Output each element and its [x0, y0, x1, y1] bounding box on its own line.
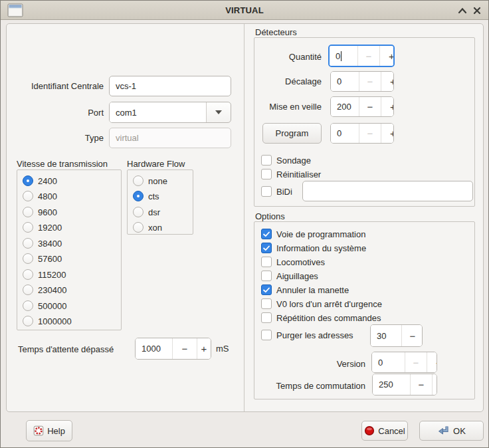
reinitialiser-checkbox-row[interactable]: Réinitialiser	[261, 168, 321, 180]
radio-label[interactable]: 115200	[38, 270, 66, 280]
cancel-button[interactable]: Cancel	[361, 421, 408, 441]
purger-spinner[interactable]: 30 − +	[370, 324, 423, 347]
program-value[interactable]: 0	[331, 124, 359, 143]
speed-option-115200[interactable]: 115200	[23, 269, 66, 280]
port-combobox[interactable]: com1	[109, 102, 231, 123]
mise-en-veille-increment-button[interactable]: +	[381, 97, 394, 116]
radio-label[interactable]: 1000000	[38, 316, 72, 326]
radio-icon[interactable]	[23, 175, 33, 186]
timeout-decrement-button[interactable]: −	[172, 338, 197, 359]
checkbox-label[interactable]: Purger les adresses	[276, 330, 353, 340]
radio-label[interactable]: xon	[148, 223, 162, 233]
radio-icon[interactable]	[23, 284, 33, 295]
title-bar[interactable]: VIRTUAL	[1, 1, 488, 20]
version-increment-button[interactable]: +	[427, 352, 437, 372]
checkbox-label[interactable]: Sondage	[276, 156, 311, 166]
flow-option-xon[interactable]: xon	[133, 221, 162, 233]
quantite-spinner[interactable]: 0 − +	[328, 45, 395, 67]
checkbox-icon[interactable]	[261, 229, 272, 239]
decalage-value[interactable]: 0	[331, 72, 359, 91]
quantite-decrement-button[interactable]: −	[357, 46, 379, 66]
radio-label[interactable]: 2400	[38, 176, 57, 186]
temps-commutation-increment-button[interactable]: +	[432, 374, 437, 395]
purger-decrement-button[interactable]: −	[401, 325, 423, 346]
speed-option-4800[interactable]: 4800	[23, 190, 57, 202]
checkbox-label[interactable]: BiDi	[276, 187, 292, 197]
radio-label[interactable]: 38400	[38, 239, 62, 249]
checkbox-icon[interactable]	[261, 186, 272, 197]
radio-label[interactable]: cts	[148, 191, 159, 201]
close-icon[interactable]	[470, 3, 484, 17]
temps-commutation-decrement-button[interactable]: −	[410, 374, 432, 395]
version-spinner[interactable]: 0 − +	[371, 352, 437, 373]
mise-en-veille-spinner[interactable]: 200 − +	[330, 96, 394, 117]
radio-icon[interactable]	[23, 300, 33, 311]
checkbox-icon[interactable]	[261, 169, 272, 179]
flow-option-none[interactable]: none	[133, 175, 167, 187]
timeout-spinner[interactable]: 1000 − +	[135, 338, 211, 360]
option-repetition-commandes[interactable]: Répétition des commandes	[261, 312, 381, 324]
checkbox-icon[interactable]	[261, 155, 272, 166]
option-purger-adresses[interactable]: Purger les adresses	[261, 329, 353, 341]
program-button[interactable]: Program	[262, 123, 322, 144]
checkbox-icon[interactable]	[261, 257, 272, 267]
radio-label[interactable]: none	[148, 176, 167, 186]
decalage-spinner[interactable]: 0 − +	[330, 71, 394, 92]
identifiant-centrale-input[interactable]: vcs-1	[109, 76, 231, 96]
speed-option-1000000[interactable]: 1000000	[23, 315, 72, 327]
help-button[interactable]: Help	[26, 420, 72, 441]
mise-en-veille-value[interactable]: 200	[331, 97, 359, 116]
radio-icon[interactable]	[133, 175, 144, 186]
speed-option-19200[interactable]: 19200	[23, 221, 62, 233]
program-decrement-button[interactable]: −	[359, 124, 381, 143]
option-voie-programmation[interactable]: Voie de programmation	[261, 228, 365, 240]
radio-label[interactable]: 19200	[38, 223, 62, 233]
checkbox-label[interactable]: Voie de programmation	[276, 229, 365, 239]
checkbox-icon[interactable]	[261, 312, 272, 323]
radio-label[interactable]: 230400	[38, 285, 66, 295]
version-decrement-button[interactable]: −	[405, 352, 427, 372]
purger-value[interactable]: 30	[371, 325, 401, 346]
radio-icon[interactable]	[133, 207, 144, 217]
radio-icon[interactable]	[23, 191, 33, 201]
radio-icon[interactable]	[23, 222, 33, 233]
speed-option-9600[interactable]: 9600	[23, 206, 57, 218]
checkbox-label[interactable]: Information du système	[276, 243, 366, 253]
speed-option-2400[interactable]: 2400	[23, 175, 57, 187]
radio-icon[interactable]	[133, 222, 144, 233]
radio-icon[interactable]	[23, 253, 33, 264]
radio-label[interactable]: dsr	[148, 207, 160, 217]
radio-label[interactable]: 500000	[38, 301, 66, 311]
radio-label[interactable]: 57600	[38, 254, 62, 264]
flow-option-dsr[interactable]: dsr	[133, 206, 160, 218]
radio-label[interactable]: 9600	[38, 207, 57, 217]
quantite-increment-button[interactable]: +	[379, 46, 395, 66]
checkbox-icon[interactable]	[261, 284, 272, 295]
speed-option-500000[interactable]: 500000	[23, 300, 66, 312]
temps-commutation-value[interactable]: 250	[373, 374, 410, 395]
option-locomotives[interactable]: Locomotives	[261, 256, 325, 268]
option-information-systeme[interactable]: Information du système	[261, 242, 366, 254]
mise-en-veille-decrement-button[interactable]: −	[359, 97, 381, 116]
version-value[interactable]: 0	[372, 352, 405, 372]
timeout-increment-button[interactable]: +	[197, 338, 211, 359]
checkbox-label[interactable]: Locomotives	[276, 257, 325, 267]
checkbox-label[interactable]: Répétition des commandes	[276, 313, 381, 323]
checkbox-label[interactable]: Réinitialiser	[276, 169, 321, 179]
program-spinner[interactable]: 0 − +	[330, 123, 394, 144]
option-v0-arret-urgence[interactable]: V0 lors d'un arrêt d'urgence	[261, 298, 382, 310]
quantite-value[interactable]: 0	[330, 46, 357, 66]
bidi-checkbox-row[interactable]: BiDi	[261, 185, 292, 197]
checkbox-label[interactable]: V0 lors d'un arrêt d'urgence	[276, 299, 382, 309]
checkbox-icon[interactable]	[261, 330, 272, 340]
temps-commutation-spinner[interactable]: 250 − +	[372, 374, 437, 395]
option-aiguillages[interactable]: Aiguillages	[261, 270, 318, 282]
radio-icon[interactable]	[23, 269, 33, 280]
shade-icon[interactable]	[455, 3, 470, 17]
speed-option-230400[interactable]: 230400	[23, 284, 66, 296]
checkbox-icon[interactable]	[261, 243, 272, 253]
decalage-increment-button[interactable]: +	[381, 72, 394, 91]
checkbox-icon[interactable]	[261, 298, 272, 309]
radio-label[interactable]: 4800	[38, 191, 57, 201]
speed-option-38400[interactable]: 38400	[23, 237, 62, 249]
